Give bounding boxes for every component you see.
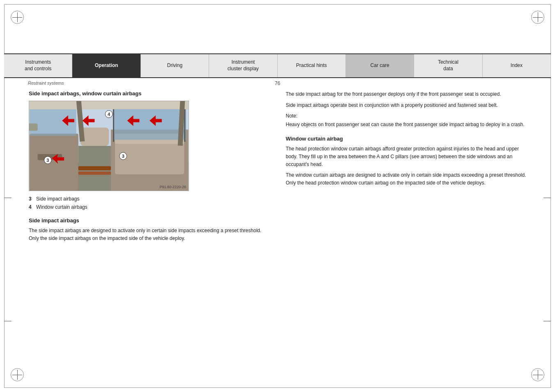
svg-text:3: 3 [46, 158, 49, 163]
right-column: The side impact airbag for the front pas… [278, 82, 551, 388]
svg-rect-10 [113, 107, 186, 140]
nav-item-instrument-cluster-display[interactable]: Instrument cluster display [209, 54, 277, 77]
image-label: P91.60-2220-26 [159, 185, 186, 189]
nav-item-practical-hints[interactable]: Practical hints [278, 54, 346, 77]
content-area: Side impact airbags, window curtain airb… [4, 82, 551, 388]
svg-rect-14 [30, 109, 76, 136]
nav-item-technical-data[interactable]: Technical data [414, 54, 482, 77]
main-title: Side impact airbags, window curtain airb… [29, 90, 265, 97]
svg-rect-30 [78, 171, 111, 175]
svg-rect-29 [78, 166, 111, 171]
svg-rect-11 [113, 105, 114, 142]
nav-item-index[interactable]: Index [483, 54, 551, 77]
svg-rect-9 [81, 127, 109, 146]
right-text2: Side impact airbags operate best in conj… [286, 101, 527, 109]
legend-item-4: 4 Window curtain airbags [29, 204, 265, 210]
crosshair-tr [533, 12, 543, 22]
window-curtain-text1: The head protection window curtain airba… [286, 145, 527, 168]
svg-text:3: 3 [122, 154, 124, 159]
legend-text-3: Side impact airbags [36, 196, 79, 202]
crosshair-tl [12, 12, 22, 22]
side-impact-title: Side impact airbags [29, 217, 265, 224]
right-text1: The side impact airbag for the front pas… [286, 90, 527, 98]
side-impact-text: The side impact airbags are designed to … [29, 227, 265, 242]
svg-rect-31 [29, 124, 38, 131]
window-curtain-text2: The window curtain airbags are designed … [286, 171, 527, 187]
legend-num-4: 4 [29, 204, 36, 210]
legend-num-3: 3 [29, 196, 36, 202]
legend-item-3: 3 Side impact airbags [29, 196, 265, 202]
nav-item-instruments-controls[interactable]: Instruments and controls [4, 54, 72, 77]
nav-item-car-care[interactable]: Car care [346, 54, 414, 77]
svg-rect-15 [30, 101, 188, 109]
legend-text-4: Window curtain airbags [36, 204, 88, 210]
note-label: Note: [286, 112, 527, 120]
nav-bar: Instruments and controls Operation Drivi… [4, 53, 551, 78]
left-column: Side impact airbags, window curtain airb… [4, 82, 278, 388]
window-curtain-title: Window curtain airbag [286, 136, 527, 142]
car-image: 4 3 3 [29, 101, 189, 191]
nav-item-operation[interactable]: Operation [72, 54, 140, 77]
nav-item-driving[interactable]: Driving [141, 54, 209, 77]
svg-rect-3 [30, 134, 78, 191]
svg-text:4: 4 [108, 112, 110, 117]
note-text: Heavy objects on front passenger seat ca… [286, 121, 527, 129]
